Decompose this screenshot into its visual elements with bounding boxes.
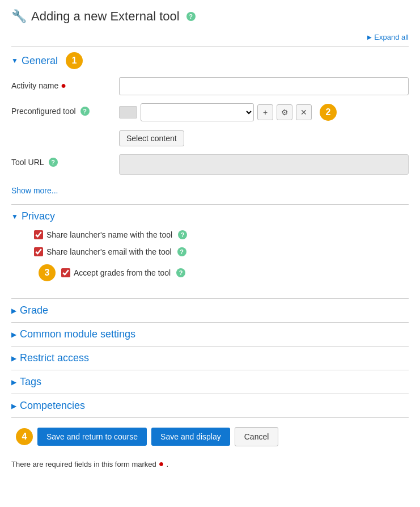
expand-all-link[interactable]: ▶ Expand all xyxy=(367,33,409,41)
common-module-chevron-icon: ▶ xyxy=(11,331,16,339)
privacy-section: ▼ Privacy Share launcher's name with the… xyxy=(11,204,409,298)
select-content-wrapper: Select content xyxy=(119,126,409,146)
grade-section-title: Grade xyxy=(20,305,48,316)
accept-grades-checkbox[interactable] xyxy=(61,268,70,277)
close-icon: ✕ xyxy=(300,108,307,117)
general-section-header[interactable]: ▼ General 1 xyxy=(11,47,409,73)
step-1-badge: 1 xyxy=(66,52,83,69)
preconfigured-tool-control: + ⚙ ✕ 2 Select content xyxy=(119,103,409,146)
preconfigured-tool-label: Preconfigured tool ? xyxy=(11,103,113,116)
tags-chevron-icon: ▶ xyxy=(11,378,16,386)
preconfigured-help-icon[interactable]: ? xyxy=(80,107,90,116)
required-note-text: There are required fields in this form m… xyxy=(11,460,156,468)
select-content-button[interactable]: Select content xyxy=(119,130,184,146)
form-buttons-row: 4 Save and return to course Save and dis… xyxy=(11,417,409,453)
competencies-section-title: Competencies xyxy=(20,400,85,412)
restrict-access-section-title: Restrict access xyxy=(20,352,89,364)
privacy-chevron-icon: ▼ xyxy=(11,213,18,221)
gear-tool-button[interactable]: ⚙ xyxy=(277,104,292,120)
expand-all-chevron: ▶ xyxy=(367,34,372,40)
share-email-row: Share launcher's email with the tool ? xyxy=(34,247,409,256)
tool-url-label: Tool URL ? xyxy=(11,154,113,167)
add-tool-button[interactable]: + xyxy=(257,104,273,120)
expand-all-container: ▶ Expand all xyxy=(11,33,409,41)
tags-section[interactable]: ▶ Tags xyxy=(11,370,409,394)
accept-grades-row: 3 Accept grades from the tool ? xyxy=(34,264,409,281)
privacy-section-header[interactable]: ▼ Privacy xyxy=(11,205,409,226)
tool-url-row: Tool URL ? xyxy=(11,154,409,175)
accept-grades-help-icon[interactable]: ? xyxy=(176,268,185,277)
step-4-badge: 4 xyxy=(16,428,33,445)
general-section-title: General xyxy=(22,55,58,67)
competencies-chevron-icon: ▶ xyxy=(11,402,16,410)
step-3-badge: 3 xyxy=(39,264,56,281)
preconfigured-tool-row-inner: + ⚙ ✕ 2 xyxy=(119,103,409,121)
common-module-section-title: Common module settings xyxy=(20,328,135,340)
grade-chevron-icon: ▶ xyxy=(11,307,16,315)
save-display-button[interactable]: Save and display xyxy=(151,428,230,446)
page-title: Adding a new External tool xyxy=(31,9,180,24)
share-name-row: Share launcher's name with the tool ? xyxy=(34,230,409,239)
general-chevron-icon: ▼ xyxy=(11,57,18,65)
cancel-button[interactable]: Cancel xyxy=(235,427,279,446)
page-title-container: 🔧 Adding a new External tool ? xyxy=(11,9,409,24)
share-email-label: Share launcher's email with the tool xyxy=(46,247,172,256)
general-section-body: Activity name ● Preconfigured tool ? xyxy=(11,73,409,204)
required-dot-icon: ● xyxy=(159,459,164,469)
competencies-section[interactable]: ▶ Competencies xyxy=(11,394,409,417)
general-section: ▼ General 1 Activity name ● Preconfigure… xyxy=(11,46,409,204)
restrict-access-chevron-icon: ▶ xyxy=(11,354,16,362)
privacy-section-body: Share launcher's name with the tool ? Sh… xyxy=(11,226,409,298)
plus-icon: + xyxy=(263,108,268,117)
accept-grades-label: Accept grades from the tool xyxy=(74,268,171,277)
tool-url-input[interactable] xyxy=(119,154,409,175)
preconfigured-tool-select[interactable] xyxy=(141,103,254,121)
tool-url-help-icon[interactable]: ? xyxy=(49,158,58,167)
privacy-checks-container: Share launcher's name with the tool ? Sh… xyxy=(11,230,409,281)
activity-name-label: Activity name ● xyxy=(11,77,113,91)
expand-all-label: Expand all xyxy=(374,33,409,41)
activity-name-input[interactable] xyxy=(119,77,409,95)
tags-section-title: Tags xyxy=(20,376,41,388)
required-note-period: . xyxy=(166,460,168,468)
show-more-link[interactable]: Show more... xyxy=(11,186,58,195)
restrict-access-section[interactable]: ▶ Restrict access xyxy=(11,346,409,370)
activity-name-row: Activity name ● xyxy=(11,77,409,95)
tool-page-icon: 🔧 xyxy=(11,9,27,24)
gear-icon: ⚙ xyxy=(281,108,289,117)
save-return-button[interactable]: Save and return to course xyxy=(37,428,147,446)
preconfigured-tool-row: Preconfigured tool ? + ⚙ xyxy=(11,103,409,146)
share-email-checkbox[interactable] xyxy=(34,247,43,256)
required-note: There are required fields in this form m… xyxy=(11,459,409,469)
share-name-help-icon[interactable]: ? xyxy=(178,230,187,239)
activity-name-control xyxy=(119,77,409,95)
common-module-section[interactable]: ▶ Common module settings xyxy=(11,322,409,346)
tool-url-control xyxy=(119,154,409,175)
share-name-label: Share launcher's name with the tool xyxy=(46,230,172,239)
step-2-badge: 2 xyxy=(320,104,337,121)
close-tool-button[interactable]: ✕ xyxy=(296,104,312,120)
share-name-checkbox[interactable] xyxy=(34,230,43,239)
required-icon-activity: ● xyxy=(61,81,66,91)
privacy-section-title: Privacy xyxy=(22,210,55,222)
tool-thumbnail xyxy=(119,106,137,119)
grade-section[interactable]: ▶ Grade xyxy=(11,298,409,322)
page-help-icon[interactable]: ? xyxy=(186,12,196,21)
share-email-help-icon[interactable]: ? xyxy=(177,247,186,256)
